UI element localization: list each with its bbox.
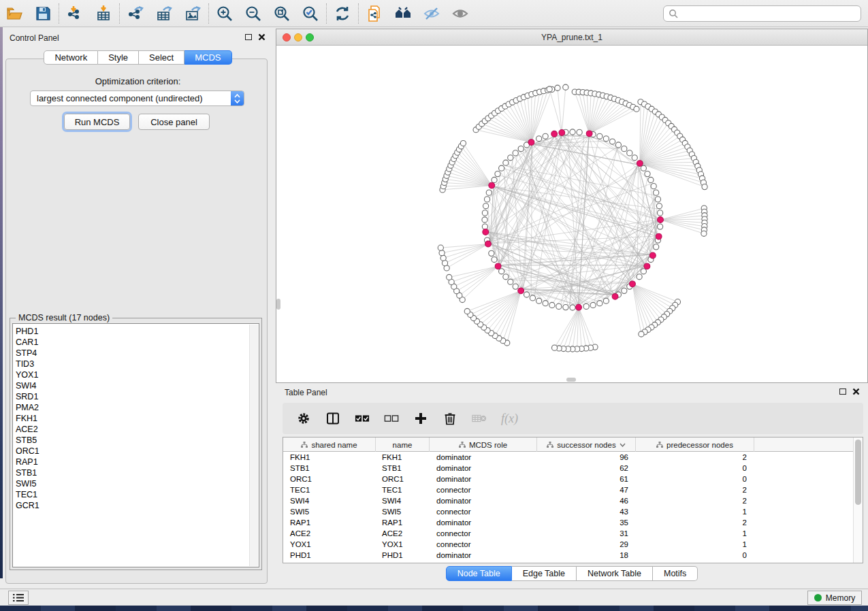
column-header-predecessor-nodes[interactable]: predecessor nodes <box>636 437 754 452</box>
export-image-icon[interactable] <box>178 2 207 25</box>
table-row[interactable]: STB1 STB1 dominator 62 0 <box>283 463 853 474</box>
table-row[interactable]: FKH1 FKH1 dominator 96 2 <box>283 452 853 463</box>
close-panel-button[interactable]: Close panel <box>138 114 210 130</box>
table-row[interactable]: SWI5 SWI5 connector 43 1 <box>283 506 853 517</box>
memory-status-icon <box>814 594 822 601</box>
network-window-title: YPA_prune.txt_1 <box>276 33 867 42</box>
network-window: YPA_prune.txt_1 <box>276 29 868 383</box>
table-row[interactable]: ORC1 ORC1 dominator 61 0 <box>283 474 853 484</box>
export-network-icon[interactable] <box>121 2 150 25</box>
add-column-icon[interactable] <box>413 411 428 426</box>
mcds-result-item[interactable]: ORC1 <box>16 446 259 457</box>
search-input[interactable] <box>681 9 861 18</box>
control-panel-tab[interactable]: Style <box>98 50 139 65</box>
delete-table-icon <box>472 411 487 426</box>
mcds-result-item[interactable]: SWI5 <box>16 478 259 489</box>
table-panel-tab[interactable]: Motifs <box>653 566 698 581</box>
column-header-mcds-role[interactable]: MCDS role <box>430 437 537 452</box>
mcds-buttons-row: Run MCDS Close panel <box>3 114 273 130</box>
network-canvas[interactable] <box>276 46 867 382</box>
table-row[interactable]: RAP1 RAP1 dominator 35 2 <box>283 517 853 528</box>
node-table: shared name name MCDS role successor nod… <box>283 437 863 563</box>
table-panel-tab[interactable]: Network Table <box>577 566 653 581</box>
mcds-result-item[interactable]: TEC1 <box>16 489 259 500</box>
table-panel-title: Table Panel <box>285 388 327 397</box>
show-all-icon[interactable] <box>446 2 475 25</box>
mcds-result-item[interactable]: GCR1 <box>16 500 259 511</box>
mcds-result-listbox[interactable]: PHD1CAR1STP4TID3YOX1SWI4SRD1PMA2FKH1ACE2… <box>12 323 259 567</box>
column-header-shared-name[interactable]: shared name <box>283 437 376 452</box>
control-panel-tab[interactable]: Select <box>139 50 184 65</box>
open-session-icon[interactable] <box>0 2 29 25</box>
column-header-successor-nodes[interactable]: successor nodes <box>537 437 636 452</box>
list-scrollbar[interactable] <box>249 325 258 566</box>
zoom-out-icon[interactable] <box>239 2 268 25</box>
mcds-result-item[interactable]: SWI4 <box>16 380 259 391</box>
deselect-all-icon[interactable] <box>384 411 399 426</box>
network-vertical-scrollbar[interactable] <box>276 299 280 310</box>
delete-column-icon[interactable] <box>443 411 457 426</box>
table-row[interactable]: TEC1 TEC1 connector 47 2 <box>283 484 853 495</box>
dropdown-stepper-icon <box>231 91 244 105</box>
mcds-result-group: MCDS result (17 nodes) PHD1CAR1STP4TID3Y… <box>10 318 262 570</box>
table-scrollbar[interactable] <box>853 437 863 563</box>
toolbar-separator <box>326 3 327 24</box>
mcds-result-item[interactable]: STP4 <box>16 348 259 359</box>
zoom-selected-icon[interactable] <box>296 2 325 25</box>
memory-button[interactable]: Memory <box>807 591 862 605</box>
optimization-criterion-select[interactable]: largest connected component (undirected) <box>30 90 244 106</box>
table-row[interactable]: PHD1 PHD1 dominator 18 0 <box>283 550 853 561</box>
float-panel-icon[interactable] <box>245 34 252 40</box>
mcds-result-item[interactable]: STB1 <box>16 467 259 478</box>
table-settings-icon[interactable] <box>296 411 311 426</box>
search-icon <box>669 9 678 18</box>
task-history-button[interactable] <box>8 591 29 605</box>
network-horizontal-scrollbar[interactable] <box>566 378 576 382</box>
control-panel-tab[interactable]: MCDS <box>184 50 231 65</box>
first-neighbors-icon[interactable] <box>389 2 417 25</box>
mcds-result-item[interactable]: YOX1 <box>16 369 259 380</box>
mcds-result-item[interactable]: PMA2 <box>16 402 259 413</box>
mcds-result-item[interactable]: TID3 <box>16 359 259 369</box>
sort-descending-icon <box>620 443 626 447</box>
mcds-result-item[interactable]: STB5 <box>16 435 259 446</box>
toolbar-separator <box>119 3 120 24</box>
table-row[interactable]: SWI4 SWI4 dominator 46 2 <box>283 495 853 506</box>
mcds-result-title: MCDS result (17 nodes) <box>16 313 112 323</box>
control-panel-title: Control Panel <box>10 33 59 43</box>
control-panel: Control Panel NetworkStyleSelectMCDS Opt… <box>3 27 273 589</box>
export-table-icon[interactable] <box>150 2 178 25</box>
desktop-wallpaper-bottom <box>0 606 868 611</box>
mcds-result-item[interactable]: SRD1 <box>16 391 259 402</box>
network-window-titlebar[interactable]: YPA_prune.txt_1 <box>276 29 867 46</box>
zoom-fit-icon[interactable] <box>268 2 296 25</box>
mcds-result-item[interactable]: CAR1 <box>16 337 259 348</box>
column-header-name[interactable]: name <box>376 437 430 452</box>
mcds-result-item[interactable]: FKH1 <box>16 413 259 424</box>
import-table-icon[interactable] <box>89 2 118 25</box>
table-row[interactable]: YOX1 YOX1 connector 29 1 <box>283 539 853 550</box>
table-panel-tab[interactable]: Node Table <box>446 566 512 581</box>
table-panel-tab[interactable]: Edge Table <box>512 566 577 581</box>
close-panel-icon[interactable] <box>258 33 266 41</box>
save-session-icon[interactable] <box>29 2 57 25</box>
search-box[interactable] <box>663 5 861 22</box>
mcds-result-item[interactable]: PHD1 <box>16 326 259 337</box>
select-all-icon[interactable] <box>355 411 370 426</box>
close-table-panel-icon[interactable] <box>852 388 860 395</box>
table-scrollbar-thumb[interactable] <box>855 440 861 505</box>
network-from-selection-icon[interactable] <box>360 2 389 25</box>
hide-selection-icon[interactable] <box>417 2 446 25</box>
apply-layout-icon[interactable] <box>328 2 357 25</box>
column-namespace-icon <box>301 442 308 448</box>
mcds-result-item[interactable]: RAP1 <box>16 457 259 467</box>
zoom-in-icon[interactable] <box>210 2 239 25</box>
float-table-panel-icon[interactable] <box>839 389 846 395</box>
column-namespace-icon <box>656 442 663 448</box>
table-row[interactable]: ACE2 ACE2 connector 31 1 <box>283 528 853 539</box>
mcds-result-item[interactable]: ACE2 <box>16 424 259 435</box>
import-network-icon[interactable] <box>61 2 89 25</box>
show-columns-icon[interactable] <box>325 411 340 426</box>
run-mcds-button[interactable]: Run MCDS <box>64 114 130 130</box>
control-panel-tab[interactable]: Network <box>44 50 98 65</box>
